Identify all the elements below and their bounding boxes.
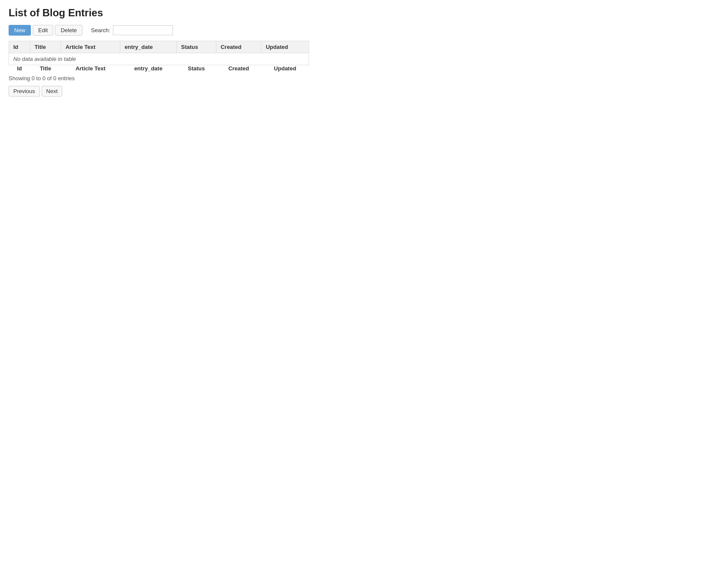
next-button[interactable]: Next [42, 86, 63, 97]
search-area: Search: [91, 25, 173, 35]
col-article-text: Article Text [61, 41, 120, 53]
new-button[interactable]: New [9, 25, 31, 36]
col-title: Title [30, 41, 61, 53]
toolbar-buttons: New Edit Delete [9, 25, 82, 36]
footer-col-status: Status [176, 65, 216, 72]
table-footer: Id Title Article Text entry_date Status … [9, 65, 309, 72]
col-status: Status [176, 41, 216, 53]
col-updated: Updated [261, 41, 309, 53]
footer-col-updated: Updated [261, 65, 309, 72]
table-body: No data available in table [9, 53, 309, 65]
search-input[interactable] [113, 25, 173, 35]
footer-col-id: Id [9, 65, 30, 72]
footer-col-created: Created [216, 65, 261, 72]
footer-col-article-text: Article Text [61, 65, 120, 72]
table-header: Id Title Article Text entry_date Status … [9, 41, 309, 53]
col-entry-date: entry_date [120, 41, 177, 53]
col-created: Created [216, 41, 261, 53]
search-label: Search: [91, 27, 110, 33]
edit-button[interactable]: Edit [33, 25, 53, 36]
col-id: Id [9, 41, 30, 53]
footer-col-entry-date: entry_date [120, 65, 177, 72]
table-footer-row: Id Title Article Text entry_date Status … [9, 65, 309, 72]
blog-entries-table: Id Title Article Text entry_date Status … [9, 41, 309, 72]
table-header-row: Id Title Article Text entry_date Status … [9, 41, 309, 53]
no-data-cell: No data available in table [9, 53, 309, 65]
pagination: Previous Next [9, 86, 719, 97]
footer-col-title: Title [30, 65, 61, 72]
delete-button[interactable]: Delete [55, 25, 82, 36]
toolbar: New Edit Delete Search: [9, 25, 719, 36]
no-data-row: No data available in table [9, 53, 309, 65]
showing-entries-text: Showing 0 to 0 of 0 entries [9, 75, 719, 82]
previous-button[interactable]: Previous [9, 86, 40, 97]
page-title: List of Blog Entries [9, 7, 719, 19]
